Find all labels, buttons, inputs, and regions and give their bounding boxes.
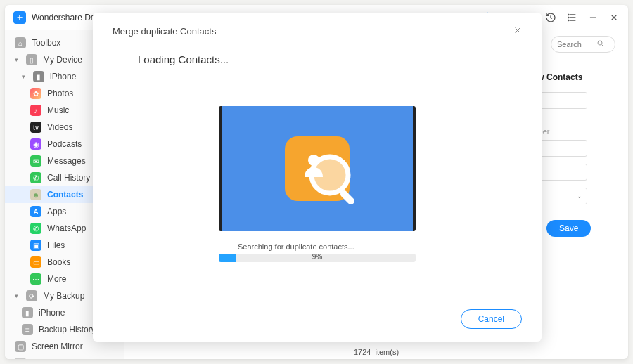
podcasts-icon: ◉: [30, 138, 41, 150]
whatsapp-icon: ✆: [30, 223, 41, 234]
sidebar-item-label: Messages: [47, 156, 86, 166]
device-icon: ▯: [26, 54, 37, 65]
modal-header: Merge duplicate Contacts: [113, 25, 522, 37]
modal-body: Searching for duplicate contacts... 9%: [113, 65, 522, 302]
progress-bar: 9%: [219, 254, 416, 262]
phone-icon: ▮: [33, 71, 44, 82]
sidebar-item-label: My Device: [43, 55, 82, 65]
contacts-icon: ☻: [30, 189, 41, 200]
svg-point-21: [312, 157, 348, 193]
sidebar-item-label: Files: [47, 240, 65, 250]
chevron-down-icon: ▾: [15, 292, 20, 299]
search-box[interactable]: [551, 36, 615, 53]
svg-point-16: [598, 41, 602, 45]
close-icon[interactable]: [608, 12, 620, 23]
modal-footer: Cancel: [113, 302, 522, 329]
modal-subtitle: Loading Contacts...: [138, 53, 522, 65]
call-icon: ✆: [30, 172, 41, 183]
list-icon[interactable]: [566, 12, 577, 23]
chevron-down-icon: ⌄: [577, 193, 582, 200]
sidebar-item-label: iPhone: [50, 72, 76, 82]
progress-label: 9%: [219, 254, 416, 261]
sidebar-item-label: Videos: [47, 122, 72, 132]
status-bar: 1724 item(s): [124, 344, 628, 359]
close-icon[interactable]: [513, 25, 522, 37]
cancel-button[interactable]: Cancel: [461, 309, 522, 329]
files-icon: ▣: [30, 240, 41, 251]
app-logo-icon: +: [13, 11, 26, 24]
minimize-icon[interactable]: [587, 12, 599, 23]
screen-mirror-icon: ▢: [15, 341, 26, 352]
search-icon[interactable]: [596, 38, 605, 51]
photos-icon: ✿: [30, 88, 41, 99]
music-icon: ♪: [30, 105, 41, 116]
sidebar-item-label: My Backup: [43, 291, 84, 301]
svg-point-7: [568, 14, 569, 15]
apps-icon: A: [30, 206, 41, 217]
messages-icon: ✉: [30, 155, 41, 167]
sidebar-item-label: Call History: [47, 173, 90, 183]
svg-point-11: [568, 20, 569, 20]
history-icon[interactable]: [545, 12, 556, 23]
svg-line-17: [602, 45, 604, 47]
merge-contacts-modal: Merge duplicate Contacts Loading Contact…: [93, 13, 542, 342]
save-button[interactable]: Save: [546, 220, 591, 237]
sidebar-item-label: Photos: [47, 89, 73, 98]
search-input[interactable]: [557, 40, 592, 48]
sidebar-item-label: Books: [47, 257, 70, 267]
sidebar-item-label: Apps: [47, 207, 66, 216]
status-count: 1724: [354, 348, 371, 356]
sidebar-item-label: More: [47, 274, 66, 284]
loading-illustration: [219, 106, 416, 231]
home-icon: ⌂: [15, 37, 26, 48]
more-icon: ⋯: [30, 273, 41, 285]
phone-icon: ▮: [22, 307, 33, 318]
chevron-down-icon: ▾: [15, 56, 20, 63]
sidebar-item-label: Contacts: [47, 190, 83, 200]
books-icon: ▭: [30, 256, 41, 268]
sidebar-item-label: Podcasts: [47, 139, 82, 149]
magnifier-icon: [305, 150, 365, 210]
history-icon: ≡: [22, 324, 33, 335]
chevron-down-icon: ▾: [22, 73, 27, 80]
videos-icon: tv: [30, 122, 41, 133]
svg-point-9: [568, 17, 569, 18]
sidebar-item-label: Phone Companion: [32, 358, 101, 359]
sidebar-item-label: WhatsApp: [47, 223, 86, 233]
searching-text: Searching for duplicate contacts...: [238, 242, 354, 251]
sidebar-phone-companion[interactable]: ▯Phone Companion: [5, 355, 124, 359]
sidebar-item-label: Music: [47, 105, 69, 115]
sidebar-item-label: Backup History: [39, 325, 96, 334]
modal-title: Merge duplicate Contacts: [113, 26, 216, 37]
sidebar-item-label: Screen Mirror: [32, 342, 83, 351]
sidebar-item-label: Toolbox: [32, 38, 60, 48]
backup-icon: ⟳: [26, 290, 37, 301]
sidebar-item-label: iPhone: [39, 308, 65, 318]
svg-rect-22: [339, 189, 356, 206]
status-label: item(s): [376, 348, 399, 356]
phone-companion-icon: ▯: [15, 358, 26, 359]
